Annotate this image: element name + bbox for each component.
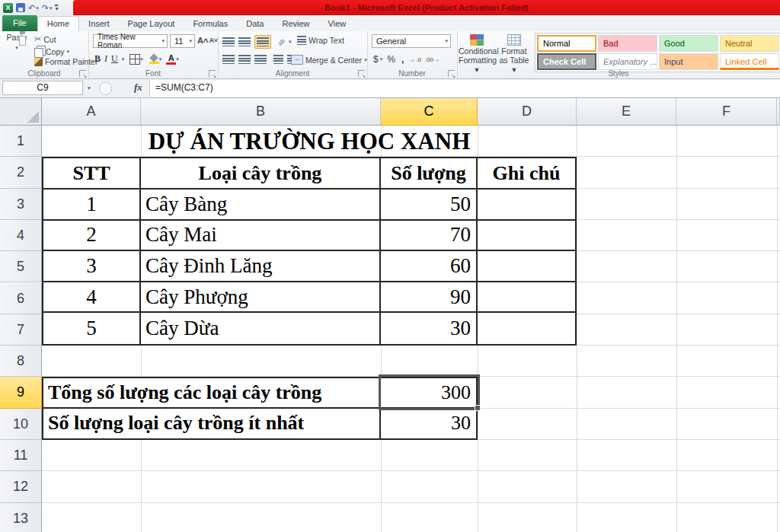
fill-color-icon[interactable] [149, 55, 159, 64]
undo-button[interactable]: ↶▾ [28, 4, 39, 12]
style-normal[interactable]: Normal [537, 35, 596, 52]
cell-C10-value[interactable]: 30 [381, 409, 476, 438]
cell-D4[interactable] [478, 221, 575, 252]
col-header-B[interactable]: B [141, 98, 381, 126]
active-cell-selection-C9[interactable] [379, 374, 480, 410]
font-name-combo[interactable]: Times New Roman▾ [93, 34, 168, 48]
font-size-combo[interactable]: 11▾ [170, 34, 195, 48]
cell-D5[interactable] [478, 251, 575, 282]
tab-page-layout[interactable]: Page Layout [119, 16, 184, 31]
save-icon[interactable] [16, 3, 25, 12]
decrease-indent-icon[interactable] [273, 55, 283, 64]
borders-icon[interactable] [129, 54, 140, 65]
style-good[interactable]: Good [659, 35, 718, 52]
cell-A9-label[interactable]: Tổng số lượng các loại cây trồng [43, 378, 381, 408]
cell-B4[interactable]: Cây Mai [141, 221, 381, 252]
row-header-2[interactable]: 2 [0, 157, 42, 188]
font-color-icon[interactable]: A [166, 54, 176, 65]
col-header-F[interactable]: F [676, 98, 777, 126]
tab-formulas[interactable]: Formulas [184, 16, 237, 31]
row-header-3[interactable]: 3 [0, 189, 42, 220]
row-header-9-selected[interactable]: 9 [0, 377, 42, 408]
insert-function-icon[interactable]: fx [134, 81, 142, 94]
number-format-combo[interactable]: General▾ [372, 34, 451, 48]
paste-button[interactable]: Paste ▾ [3, 33, 30, 51]
row-header-7[interactable]: 7 [0, 314, 42, 346]
tab-home[interactable]: Home [37, 16, 79, 31]
tab-data[interactable]: Data [237, 16, 273, 31]
orientation-icon[interactable]: ab [277, 37, 286, 47]
style-check-cell[interactable]: Check Cell [537, 53, 596, 70]
row-header-8[interactable]: 8 [0, 346, 42, 377]
cell-B3[interactable]: Cây Bàng [141, 190, 381, 221]
style-neutral[interactable]: Neutral [720, 35, 779, 52]
col-header-D[interactable]: D [478, 98, 577, 126]
cell-C7[interactable]: 30 [381, 313, 478, 344]
cell-C4[interactable]: 70 [381, 221, 478, 252]
row-header-10[interactable]: 10 [0, 409, 42, 440]
shrink-font-icon[interactable]: A˅ [209, 37, 218, 44]
cell-C3[interactable]: 50 [381, 190, 478, 221]
currency-icon[interactable]: $ [373, 54, 379, 65]
copy-button[interactable]: Copy ▾ [34, 46, 69, 58]
alignment-dialog-launcher[interactable] [358, 70, 365, 77]
row-header-11[interactable]: 11 [0, 440, 42, 471]
tab-file[interactable]: File [2, 15, 37, 31]
cell-A3[interactable]: 1 [43, 190, 141, 221]
align-right-icon[interactable] [254, 55, 267, 64]
cell-C5[interactable]: 60 [381, 251, 478, 282]
cell-A4[interactable]: 2 [43, 221, 141, 252]
cell-B6[interactable]: Cây Phượng [141, 282, 381, 314]
cell-A10-label[interactable]: Số lượng loại cây trồng ít nhất [43, 409, 381, 438]
grow-font-icon[interactable]: A˄ [197, 36, 208, 45]
row-header-5[interactable]: 5 [0, 251, 42, 282]
align-center-icon[interactable] [238, 55, 251, 64]
decrease-decimal-icon[interactable]: .00→ [425, 56, 440, 63]
cell-A5[interactable]: 3 [43, 251, 141, 282]
col-header-A[interactable]: A [42, 98, 141, 126]
cell-D6[interactable] [478, 282, 575, 314]
comma-icon[interactable]: , [401, 54, 404, 65]
middle-align-icon[interactable] [238, 37, 251, 46]
bottom-align-button-active[interactable] [254, 35, 271, 49]
increase-decimal-icon[interactable]: ←.0 [410, 56, 421, 63]
format-as-table-button[interactable]: Format as Table ▾ [497, 34, 532, 74]
cell-D3[interactable] [478, 190, 575, 221]
top-align-icon[interactable] [222, 37, 235, 46]
clipboard-dialog-launcher[interactable] [79, 70, 86, 77]
table-header-cell[interactable]: Loại cây trồng [141, 158, 381, 190]
redo-button[interactable]: ↷▾ [42, 4, 53, 12]
underline-button[interactable]: U [111, 53, 118, 65]
merge-center-button[interactable]: ↔ Merge & Center ▾ [291, 55, 367, 65]
style-explanatory[interactable]: Explanatory ... [598, 53, 657, 70]
style-input[interactable]: Input [659, 53, 718, 70]
percent-icon[interactable]: % [387, 54, 395, 65]
select-all-corner[interactable] [0, 98, 42, 126]
col-header-E[interactable]: E [577, 98, 676, 126]
table-header-cell[interactable]: Số lượng [381, 158, 478, 190]
cell-B7[interactable]: Cây Dừa [141, 313, 381, 344]
formula-input[interactable]: =SUM(C3:C7) [149, 80, 780, 97]
font-dialog-launcher[interactable] [209, 70, 216, 77]
table-header-cell[interactable]: STT [43, 158, 141, 190]
wrap-text-button[interactable]: Wrap Text [297, 36, 344, 45]
sheet-area[interactable]: DỰ ÁN TRƯỜNG HỌC XANH STT Loại cây trồng… [42, 126, 780, 532]
cell-B5[interactable]: Cây Đinh Lăng [141, 251, 381, 282]
row-header-13[interactable]: 13 [0, 503, 42, 532]
cell-C6[interactable]: 90 [381, 282, 478, 314]
align-left-icon[interactable] [222, 55, 235, 64]
name-box[interactable]: C9 [2, 81, 83, 95]
cut-button[interactable]: ✂ Cut [34, 34, 56, 44]
italic-button[interactable]: I [104, 53, 107, 65]
sheet-title-cell[interactable]: DỰ ÁN TRƯỜNG HỌC XANH [42, 126, 577, 157]
conditional-formatting-button[interactable]: Conditional Formatting ▾ [459, 34, 495, 74]
row-header-1[interactable]: 1 [0, 126, 42, 157]
customize-qat-button[interactable]: ▾ [55, 5, 58, 11]
tab-insert[interactable]: Insert [79, 16, 119, 31]
cell-A7[interactable]: 5 [43, 313, 141, 344]
col-header-C-selected[interactable]: C [381, 98, 478, 126]
bold-button[interactable]: B [94, 53, 101, 65]
table-header-cell[interactable]: Ghi chú [478, 158, 575, 190]
row-header-6[interactable]: 6 [0, 283, 42, 314]
cell-A6[interactable]: 4 [43, 282, 141, 314]
